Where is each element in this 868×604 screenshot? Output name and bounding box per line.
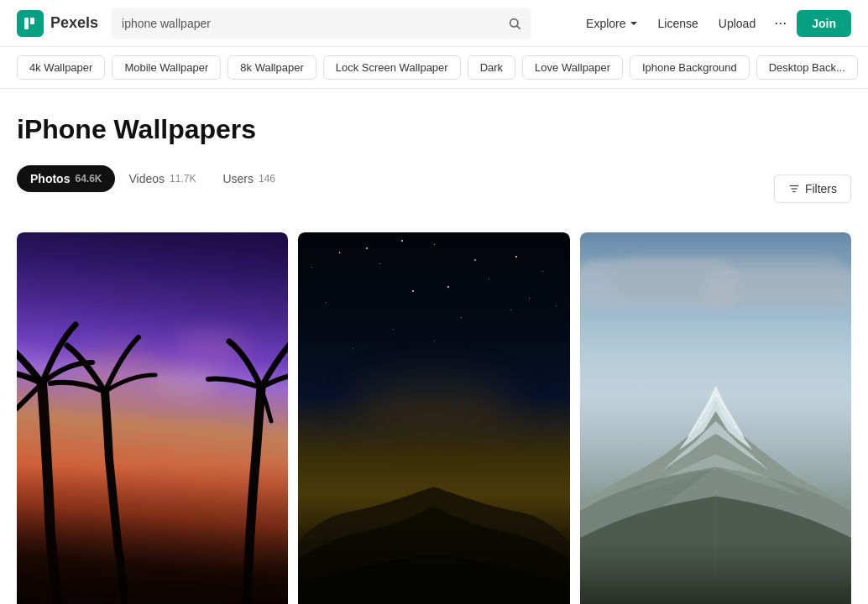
pexels-logo-icon bbox=[17, 10, 44, 37]
tag-iphone-bg[interactable]: Iphone Background bbox=[630, 55, 750, 80]
svg-line-3 bbox=[517, 26, 520, 29]
photo-grid bbox=[17, 232, 851, 604]
tag-more-button[interactable]: › bbox=[865, 55, 868, 80]
photo-2-overlay[interactable] bbox=[298, 232, 569, 604]
license-nav-button[interactable]: License bbox=[650, 12, 707, 35]
photo-1-overlay[interactable] bbox=[17, 232, 288, 604]
tag-dark[interactable]: Dark bbox=[468, 55, 515, 80]
search-input[interactable] bbox=[122, 17, 508, 30]
search-button[interactable] bbox=[508, 17, 521, 30]
tab-users-count: 146 bbox=[259, 173, 275, 185]
tag-bar: 4k Wallpaper Mobile Wallpaper 8k Wallpap… bbox=[0, 47, 868, 89]
header: Pexels Explore License Upload ··· Join bbox=[0, 0, 868, 47]
tab-videos-count: 11.7K bbox=[170, 173, 196, 185]
tag-4k[interactable]: 4k Wallpaper bbox=[17, 55, 105, 80]
search-bar bbox=[112, 8, 531, 39]
tab-photos-count: 64.6K bbox=[75, 173, 102, 185]
svg-point-2 bbox=[510, 18, 518, 26]
tag-desktop[interactable]: Desktop Back... bbox=[756, 55, 858, 80]
tag-love[interactable]: Love Wallpaper bbox=[522, 55, 623, 80]
header-nav: Explore License Upload ··· Join bbox=[578, 9, 851, 37]
upload-nav-button[interactable]: Upload bbox=[710, 12, 764, 35]
tab-videos-label: Videos bbox=[128, 172, 165, 185]
tab-photos[interactable]: Photos 64.6K bbox=[17, 165, 115, 192]
photo-card-1[interactable] bbox=[17, 232, 288, 604]
tag-mobile[interactable]: Mobile Wallpaper bbox=[112, 55, 221, 80]
more-nav-button[interactable]: ··· bbox=[767, 9, 793, 37]
explore-nav-button[interactable]: Explore bbox=[578, 12, 646, 35]
photo-card-2[interactable] bbox=[298, 232, 569, 604]
tab-users[interactable]: Users 146 bbox=[209, 165, 289, 192]
logo-text: Pexels bbox=[50, 14, 98, 32]
svg-rect-1 bbox=[30, 18, 34, 24]
tab-users-label: Users bbox=[222, 172, 254, 185]
content-tabs: Photos 64.6K Videos 11.7K Users 146 bbox=[17, 165, 289, 192]
svg-rect-0 bbox=[24, 18, 29, 29]
logo-area[interactable]: Pexels bbox=[17, 10, 98, 37]
photo-card-3[interactable] bbox=[580, 232, 851, 604]
tag-lock-screen[interactable]: Lock Screen Wallpaper bbox=[323, 55, 461, 80]
main-content: iPhone Wallpapers Photos 64.6K Videos 11… bbox=[0, 89, 868, 604]
page-title: iPhone Wallpapers bbox=[17, 114, 851, 145]
tab-videos[interactable]: Videos 11.7K bbox=[115, 165, 209, 192]
tab-photos-label: Photos bbox=[30, 172, 70, 185]
filters-label: Filters bbox=[805, 182, 837, 195]
filters-button[interactable]: Filters bbox=[774, 174, 851, 203]
photo-3-overlay[interactable] bbox=[580, 232, 851, 604]
tag-8k[interactable]: 8k Wallpaper bbox=[227, 55, 316, 80]
join-button[interactable]: Join bbox=[797, 10, 851, 37]
